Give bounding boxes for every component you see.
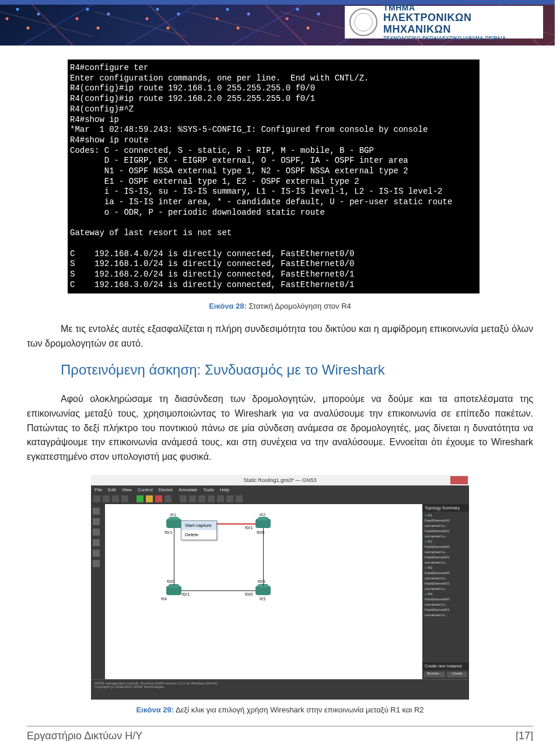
window-close-icon xyxy=(450,476,468,484)
figure-28-caption: Εικόνα 28: Στατική Δρομολόγηση στον R4 xyxy=(27,302,533,310)
device-pc-icon xyxy=(93,529,100,536)
dept-line1: ΤΜΗΜΑ xyxy=(383,4,538,12)
toolbar-icon xyxy=(180,495,187,502)
paragraph-2: Αφού ολοκληρώσαμε τη διασύνδεση των δρομ… xyxy=(27,392,533,464)
link-tool-icon xyxy=(93,560,100,567)
terminal-screenshot: R4#configure ter Enter configuration com… xyxy=(68,60,480,293)
router-r1-icon xyxy=(166,519,181,528)
context-start-capture: Start capture xyxy=(181,521,216,530)
caption-28-label: Εικόνα 28: xyxy=(209,302,247,310)
reload-icon xyxy=(164,495,172,502)
browse-button: Browse... xyxy=(424,672,445,677)
gns3-canvas: R1 f0/0 f0/1 R2 f0/1 f0/0 R3 f0/1 f0/0 R… xyxy=(105,504,422,679)
sum-line: FastEthernet0/1 connected to... xyxy=(425,529,467,539)
gns3-toolbar xyxy=(91,494,469,504)
caption-29-label: Εικόνα 29: xyxy=(136,705,174,714)
toolbar-icon xyxy=(121,495,128,502)
section-heading: Προτεινόμενη άσκηση: Συνδυασμός με το Wi… xyxy=(61,362,533,378)
paragraph-1: Με τις εντολές αυτές εξασφαλίζεται η πλή… xyxy=(27,322,533,351)
gns3-screenshot: Static Routing1.gns3* — GNS3 File Edit V… xyxy=(91,475,469,700)
device-all-icon xyxy=(93,550,100,557)
menu-control: Control xyxy=(138,487,153,492)
gns3-console: GNS3 management console. Running GNS3 ve… xyxy=(91,679,469,700)
r3-port-f01: f0/1 xyxy=(258,579,265,584)
sum-line: FastEthernet0/0 connected to... xyxy=(425,571,467,581)
menu-annotate: Annotate xyxy=(178,487,197,492)
caption-28-text: Στατική Δρομολόγηση στον R4 xyxy=(247,302,351,310)
caption-29-text: Δεξί κλικ για επιλογή χρήση Wireshark στ… xyxy=(174,705,424,714)
r1-port-f01: f0/1 xyxy=(164,530,172,535)
toolbar-icon xyxy=(236,495,243,502)
device-security-icon xyxy=(93,539,100,546)
sum-r3: R3 xyxy=(425,565,467,571)
gns3-title: Static Routing1.gns3* — GNS3 xyxy=(243,477,316,483)
department-logo-box: ΤΜΗΜΑ ΗΛΕΚΤΡΟΝΙΚΩΝ ΜΗΧΑΝΙΚΩΝ ΤΕΧΝΟΛΟΓΙΚΟ… xyxy=(345,6,543,39)
toolbar-icon xyxy=(208,495,215,502)
device-switch-icon xyxy=(93,518,100,525)
sum-r2: R2 xyxy=(425,539,467,544)
menu-device: Device xyxy=(159,487,173,492)
sum-line: FastEthernet0/0 connected to... xyxy=(425,518,467,529)
create-button: Create xyxy=(447,672,468,677)
sum-line: FastEthernet0/1 connected to... xyxy=(425,555,467,565)
sum-line: FastEthernet0/1 connected to... xyxy=(425,607,467,618)
create-instance-header: Create new Instance xyxy=(422,662,469,670)
menu-tools: Tools xyxy=(203,487,214,492)
toolbar-icon xyxy=(112,495,119,502)
pause-icon xyxy=(146,495,153,502)
sum-line: FastEthernet0/0 connected to... xyxy=(425,597,467,607)
figure-29-caption: Εικόνα 29: Δεξί κλικ για επιλογή χρήση W… xyxy=(27,705,533,714)
sum-r1: R1 xyxy=(425,513,467,518)
toolbar-icon xyxy=(103,495,110,502)
page-content: R4#configure ter Enter configuration com… xyxy=(27,46,533,741)
gns3-left-sidebar xyxy=(91,504,105,679)
r4-port-f01: f0/1 xyxy=(182,592,190,597)
dept-line3: ΤΕΧΝΟΛΟΓΙΚΟ ΕΚΠΑΙΔΕΥΤΙΚΟ ΙΔΡΥΜΑ ΠΕΙΡΑΙΑ xyxy=(383,36,538,41)
toolbar-icon xyxy=(198,495,205,502)
footer-left: Εργαστήριο Δικτύων Η/Υ xyxy=(27,730,142,741)
context-delete: Delete xyxy=(181,530,216,540)
router-r2-label: R2 xyxy=(260,512,265,518)
menu-help: Help xyxy=(220,487,229,492)
menu-edit: Edit xyxy=(108,487,116,492)
context-menu: Start capture Delete xyxy=(181,520,217,540)
play-icon xyxy=(136,495,144,502)
link-r4-r3 xyxy=(181,590,256,591)
link-r1-r4 xyxy=(174,528,174,586)
sum-line: FastEthernet0/1 connected to... xyxy=(425,581,467,592)
router-r3-label: R3 xyxy=(260,596,265,602)
router-r2-icon xyxy=(256,519,271,528)
gns3-right-panel: Topology Summary R1 FastEthernet0/0 conn… xyxy=(422,504,469,679)
topology-summary-list: R1 FastEthernet0/0 connected to... FastE… xyxy=(422,512,469,619)
device-browser-icon xyxy=(93,508,100,515)
gns3-titlebar: Static Routing1.gns3* — GNS3 xyxy=(91,475,469,485)
dept-line2: ΗΛΕΚΤΡΟΝΙΚΩΝ ΜΗΧΑΝΙΚΩΝ xyxy=(383,12,538,36)
router-r1-label: R1 xyxy=(170,512,176,518)
toolbar-icon xyxy=(226,495,233,502)
link-r2-r3 xyxy=(263,528,264,586)
page-footer: Εργαστήριο Δικτύων Η/Υ [17] xyxy=(27,726,533,741)
menu-file: File xyxy=(94,487,102,492)
router-r4-label: R4 xyxy=(161,596,167,602)
department-text: ΤΜΗΜΑ ΗΛΕΚΤΡΟΝΙΚΩΝ ΜΗΧΑΝΙΚΩΝ ΤΕΧΝΟΛΟΓΙΚΟ… xyxy=(383,4,538,41)
gns3-menubar: File Edit View Control Device Annotate T… xyxy=(91,485,469,494)
router-r3-icon xyxy=(256,586,271,595)
toolbar-icon xyxy=(217,495,224,502)
menu-view: View xyxy=(122,487,132,492)
r3-port-f00: f0/0 xyxy=(245,592,253,597)
toolbar-icon xyxy=(189,495,196,502)
institution-seal-icon xyxy=(349,8,377,36)
gns3-body: R1 f0/0 f0/1 R2 f0/1 f0/0 R3 f0/1 f0/0 R… xyxy=(91,504,469,679)
sum-r4: R4 xyxy=(425,592,467,597)
toolbar-icon xyxy=(93,495,100,502)
sum-line: FastEthernet0/0 connected to... xyxy=(425,544,467,555)
r2-port-f01: f0/1 xyxy=(245,525,253,530)
router-r4-icon xyxy=(166,586,181,595)
footer-page-number: [17] xyxy=(516,730,533,741)
topology-summary-header: Topology Summary xyxy=(422,504,469,512)
header-banner: ΤΜΗΜΑ ΗΛΕΚΤΡΟΝΙΚΩΝ ΜΗΧΑΝΙΚΩΝ ΤΕΧΝΟΛΟΓΙΚΟ… xyxy=(0,0,555,46)
stop-icon xyxy=(155,495,162,502)
